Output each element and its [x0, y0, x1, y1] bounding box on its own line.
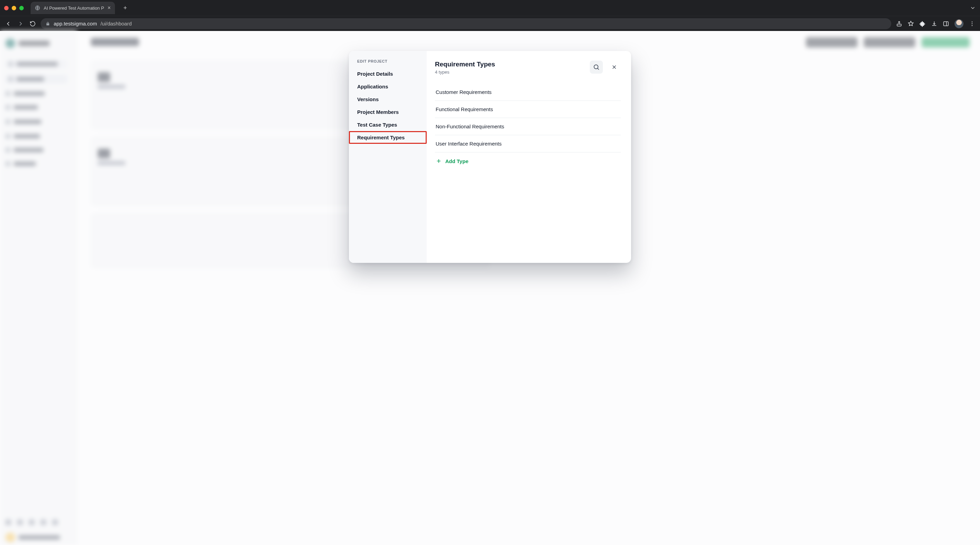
list-item[interactable]: Functional Requirements — [435, 101, 621, 118]
modal-menu-project-details[interactable]: Project Details — [349, 67, 427, 80]
forward-icon — [17, 20, 24, 27]
add-type-label: Add Type — [445, 158, 468, 164]
close-icon — [611, 64, 617, 70]
close-button[interactable] — [608, 60, 621, 74]
modal-header: Requirement Types 4 types — [435, 60, 621, 75]
address-bar: app.testsigma.com/ui/dashboard — [0, 16, 980, 31]
modal-menu-applications[interactable]: Applications — [349, 80, 427, 93]
downloads-icon[interactable] — [931, 21, 937, 27]
modal-sidebar: EDIT PROJECT Project Details Application… — [349, 51, 427, 263]
bookmark-icon[interactable] — [908, 21, 914, 27]
window-fullscreen-icon[interactable] — [19, 6, 24, 10]
modal-menu-versions[interactable]: Versions — [349, 93, 427, 106]
modal-subtitle: 4 types — [435, 70, 495, 75]
browser-chrome: AI Powered Test Automation P × + app.tes… — [0, 0, 980, 31]
globe-icon — [35, 5, 40, 11]
modal-menu-test-case-types[interactable]: Test Case Types — [349, 118, 427, 131]
add-type-button[interactable]: Add Type — [435, 153, 621, 170]
edit-project-modal: EDIT PROJECT Project Details Application… — [349, 51, 631, 263]
svg-point-6 — [594, 65, 598, 69]
url-field[interactable]: app.testsigma.com/ui/dashboard — [41, 18, 891, 29]
search-icon — [593, 64, 600, 70]
tab-bar: AI Powered Test Automation P × + — [0, 0, 980, 16]
modal-eyebrow: EDIT PROJECT — [349, 59, 427, 67]
list-item[interactable]: Customer Requirements — [435, 84, 621, 101]
list-item[interactable]: User Interface Requirements — [435, 135, 621, 153]
tab-title: AI Powered Test Automation P — [44, 5, 104, 11]
nav-controls — [5, 20, 36, 27]
panel-icon[interactable] — [943, 21, 949, 27]
url-path: /ui/dashboard — [100, 21, 132, 27]
browser-actions — [896, 19, 975, 28]
svg-point-4 — [972, 23, 972, 24]
svg-rect-2 — [943, 22, 948, 26]
list-item[interactable]: Non-Functional Requirements — [435, 118, 621, 135]
plus-icon — [436, 158, 442, 164]
modal-title: Requirement Types — [435, 60, 495, 68]
profile-avatar[interactable] — [955, 19, 964, 28]
requirement-types-list: Customer Requirements Functional Require… — [435, 84, 621, 170]
tab-close-icon[interactable]: × — [107, 5, 110, 11]
lock-icon — [45, 21, 50, 26]
url-domain: app.testsigma.com — [54, 21, 97, 27]
tabs-overflow-icon[interactable] — [970, 5, 976, 11]
app-viewport: EDIT PROJECT Project Details Application… — [0, 31, 980, 545]
modal-content: Requirement Types 4 types Customer Requi… — [427, 51, 631, 263]
modal-menu-requirement-types[interactable]: Requirement Types — [349, 131, 427, 144]
back-icon[interactable] — [5, 20, 12, 27]
search-button[interactable] — [590, 60, 603, 74]
reload-icon[interactable] — [30, 21, 36, 27]
browser-tab[interactable]: AI Powered Test Automation P × — [30, 2, 115, 14]
svg-point-5 — [972, 25, 972, 26]
new-tab-button[interactable]: + — [121, 3, 130, 13]
window-controls[interactable] — [4, 6, 24, 10]
window-minimize-icon[interactable] — [12, 6, 16, 10]
kebab-icon[interactable] — [969, 21, 975, 27]
extensions-icon[interactable] — [920, 21, 926, 27]
modal-menu-project-members[interactable]: Project Members — [349, 106, 427, 118]
window-close-icon[interactable] — [4, 6, 9, 10]
svg-point-3 — [972, 21, 972, 22]
share-icon[interactable] — [896, 21, 902, 27]
